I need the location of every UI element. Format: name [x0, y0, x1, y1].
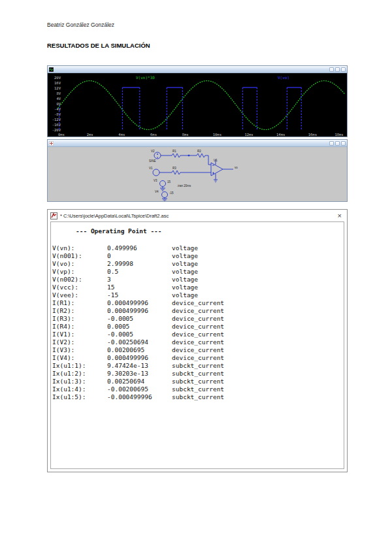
op-type: voltage — [172, 276, 198, 283]
op-type: device_current — [172, 346, 224, 353]
y-tick-label: 4V — [56, 97, 61, 101]
component-label: V3 — [154, 179, 157, 182]
op-type: subckt_current — [172, 370, 224, 377]
op-row: V(vee):-15voltage — [51, 291, 344, 299]
op-value: 0.0005 — [107, 323, 129, 330]
op-type: voltage — [172, 260, 198, 267]
x-tick-label: 6ms — [150, 133, 157, 137]
op-type: device_current — [172, 315, 224, 322]
op-name: V(n001): — [52, 252, 82, 259]
op-value: 0.00200695 — [107, 346, 144, 353]
op-row: I(R3):-0.0005device_current — [51, 315, 344, 323]
op-name: Ix(u1:5): — [52, 393, 86, 400]
component-label: -15 — [169, 191, 174, 195]
op-row: Ix(u1:4):-0.00200695subckt_current — [51, 385, 344, 393]
op-row: I(R1):0.000499996device_current — [51, 299, 344, 307]
ltspice-icon — [50, 212, 57, 220]
component-label: V2 — [151, 150, 155, 153]
op-value: 2.99998 — [107, 260, 133, 267]
op-row: V(vcc):15voltage — [51, 284, 344, 291]
schematic-canvas: V2 SINE R1 R2 U1 vo V1 R3 V3 15 .tran 20… — [48, 147, 347, 201]
x-tick-label: 8ms — [182, 133, 189, 137]
minimize-button[interactable] — [329, 141, 334, 146]
op-type: device_current — [172, 354, 224, 361]
document-page: Beatriz González González RESULTADOS DE … — [0, 0, 392, 554]
op-titlebar[interactable]: * C:\Users\jocle\AppData\Local\LTspice\D… — [48, 210, 347, 221]
op-value: -0.0005 — [107, 331, 133, 338]
component-label: vo — [235, 166, 238, 169]
op-row: Ix(u1:1):9.47424e-13subckt_current — [51, 362, 344, 370]
op-row: V(n001):0voltage — [51, 252, 344, 260]
op-row: I(V1):-0.0005device_current — [51, 331, 344, 338]
op-row: Ix(u1:2):9.30203e-13subckt_current — [51, 370, 344, 378]
close-button[interactable] — [341, 141, 346, 146]
op-name: I(V1): — [52, 331, 74, 338]
op-name: Ix(u1:2): — [52, 370, 86, 377]
op-value: 0.000499996 — [107, 299, 148, 306]
op-type: voltage — [172, 284, 198, 291]
x-tick-label: 2ms — [87, 133, 93, 137]
op-type: device_current — [172, 331, 224, 338]
waveform-icon — [49, 67, 54, 72]
op-value: 0.499996 — [107, 244, 137, 252]
op-rows: V(vn):0.499996voltageV(n001):0voltageV(v… — [51, 244, 344, 401]
op-type: voltage — [172, 244, 198, 252]
schematic-icon — [49, 141, 54, 146]
close-icon[interactable]: × — [336, 212, 343, 219]
op-row: I(R2):0.000499996device_current — [51, 307, 344, 315]
component-label: U1 — [214, 159, 218, 162]
op-row: I(V2):-0.00250694device_current — [51, 338, 344, 346]
y-tick-label: 20V — [54, 76, 61, 80]
component-label: R1 — [172, 150, 176, 153]
maximize-button[interactable] — [335, 141, 340, 146]
waveform-plot: 20V16V12V8V4V0V-4V-8V-12V-16V-20V0ms2ms4… — [48, 73, 347, 137]
op-name: Ix(u1:4): — [52, 385, 86, 393]
op-value: 0.000499996 — [107, 354, 148, 361]
circuit-wires — [153, 152, 233, 201]
op-value: -0.00200695 — [107, 385, 148, 393]
op-value: -0.00250694 — [107, 338, 148, 346]
y-tick-label: 16V — [54, 81, 61, 85]
y-tick-label: -16V — [52, 123, 61, 127]
operating-point-window: * C:\Users\jocle\AppData\Local\LTspice\D… — [47, 209, 348, 472]
y-tick-label: 12V — [54, 86, 61, 90]
x-tick-label: 18ms — [335, 133, 343, 137]
op-type: subckt_current — [172, 362, 224, 369]
op-log-content: --- Operating Point --- V(vn):0.499996vo… — [50, 221, 344, 469]
trace-label: V(vn)*30 — [136, 75, 155, 80]
op-value: 0 — [107, 252, 111, 259]
op-type: device_current — [172, 323, 224, 330]
component-label: R3 — [172, 167, 176, 170]
op-name: V(vn): — [52, 244, 74, 252]
component-label: R2 — [197, 150, 201, 153]
waveform-window: 20V16V12V8V4V0V-4V-8V-12V-16V-20V0ms2ms4… — [47, 65, 348, 137]
close-button[interactable] — [341, 67, 346, 72]
op-name: I(V4): — [52, 354, 74, 361]
op-name: Ix(u1:1): — [52, 362, 86, 369]
op-name: I(V3): — [52, 346, 74, 353]
component-label: 15 — [167, 180, 171, 184]
op-name: V(n002): — [52, 276, 82, 283]
x-tick-label: 14ms — [276, 133, 285, 137]
y-tick-label: -20V — [52, 128, 61, 132]
directive-text: .tran 20ms — [177, 184, 191, 187]
y-tick-label: 8V — [56, 91, 61, 95]
schematic-titlebar[interactable] — [48, 140, 347, 147]
op-name: Ix(u1:3): — [52, 378, 86, 385]
author-name: Beatriz González González — [47, 22, 114, 28]
op-name: V(vcc): — [52, 284, 78, 291]
op-value: 15 — [107, 284, 114, 291]
trace-label: V(vo) — [278, 75, 289, 80]
op-value: 0.00250694 — [107, 378, 144, 385]
op-type: subckt_current — [172, 385, 224, 393]
x-tick-label: 12ms — [244, 133, 253, 137]
op-type: device_current — [172, 307, 224, 314]
op-value: 9.47424e-13 — [107, 362, 148, 369]
maximize-button[interactable] — [335, 67, 340, 72]
minimize-button[interactable] — [329, 67, 334, 72]
waveform-titlebar[interactable] — [48, 66, 347, 73]
x-tick-label: 4ms — [118, 133, 125, 137]
op-row: I(V4):0.000499996device_current — [51, 354, 344, 362]
op-value: -0.0005 — [107, 315, 133, 322]
component-label: SINE — [149, 159, 156, 163]
